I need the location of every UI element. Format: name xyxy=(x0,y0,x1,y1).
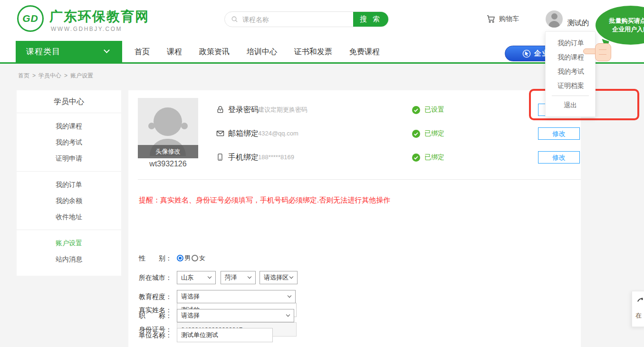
gender-radio-group: 男 女 xyxy=(177,252,206,264)
search-button[interactable]: 搜 索 xyxy=(353,12,388,27)
breadcrumb-member-center[interactable]: 学员中心 xyxy=(38,72,61,79)
user-avatar[interactable] xyxy=(546,10,563,28)
email-value: 4324@qq.com xyxy=(258,127,298,140)
reminder-text: 提醒：真实姓名、身份证号必须填写，手机号码必须绑定.否则无法进行其他操作 xyxy=(139,196,390,205)
sidebar-group-orders: 我的订单 我的余额 收件地址 xyxy=(17,172,121,230)
nav-links: 首页 课程 政策资讯 培训中心 证书和发票 免费课程 xyxy=(135,41,380,62)
section-divider xyxy=(138,179,581,180)
city-select[interactable]: 菏泽 xyxy=(221,271,256,284)
gender-female-label: 女 xyxy=(199,254,205,262)
check-circle-icon xyxy=(412,130,420,138)
online-service-widget[interactable]: 在 xyxy=(632,291,644,327)
sidebar-item-my-exams[interactable]: 我的考试 xyxy=(17,134,121,150)
province-value: 山东 xyxy=(181,271,193,284)
nav-item-courses[interactable]: 课程 xyxy=(167,41,182,62)
cart-label: 购物车 xyxy=(499,15,519,23)
pointer-hand-icon xyxy=(522,49,531,58)
district-value: 请选择区 xyxy=(264,271,288,284)
sidebar: 学员中心 我的课程 我的考试 证明申请 我的订单 我的余额 收件地址 账户设置 … xyxy=(17,90,121,276)
nav-item-home[interactable]: 首页 xyxy=(135,41,150,62)
education-value: 请选择 xyxy=(181,290,200,303)
avatar-silhouette-icon xyxy=(154,107,182,136)
menu-item-my-exams[interactable]: 我的考试 xyxy=(546,64,595,78)
password-label: 登录密码 xyxy=(228,104,259,116)
chevron-down-icon xyxy=(104,47,110,53)
sidebar-title: 学员中心 xyxy=(17,90,121,113)
course-category-label: 课程类目 xyxy=(26,41,60,62)
course-category-menu[interactable]: 课程类目 xyxy=(16,41,122,62)
lock-icon xyxy=(216,106,224,116)
online-service-label: 在 xyxy=(635,311,642,320)
search-input[interactable] xyxy=(225,12,353,27)
phone-status-badge: 已绑定 xyxy=(412,151,444,164)
nav-item-free-courses[interactable]: 免费课程 xyxy=(349,41,380,62)
sidebar-group-courses: 我的课程 我的考试 证明申请 xyxy=(17,113,121,172)
nav-item-certificates[interactable]: 证书和发票 xyxy=(294,41,332,62)
username-link[interactable]: 测试的 xyxy=(567,19,589,28)
bubble-line2: 企业用户入口 xyxy=(596,25,644,34)
chevron-down-icon xyxy=(288,294,291,298)
check-circle-icon xyxy=(412,154,420,162)
logo-badge-text: GD xyxy=(22,13,38,24)
phone-status-text: 已绑定 xyxy=(424,153,444,162)
sidebar-item-my-balance[interactable]: 我的余额 xyxy=(17,193,121,209)
job-title-select[interactable]: 请选择 xyxy=(177,309,294,322)
breadcrumb: 首页>学员中心>账户设置 xyxy=(18,72,96,80)
password-hint: 建议定期更换密码 xyxy=(258,104,308,116)
mobile-phone-icon xyxy=(216,153,224,163)
nav-item-training[interactable]: 培训中心 xyxy=(247,41,277,62)
sidebar-item-shipping-address[interactable]: 收件地址 xyxy=(17,209,121,225)
phone-modify-button[interactable]: 修改 xyxy=(538,151,580,164)
check-circle-icon xyxy=(412,106,420,114)
sidebar-item-my-courses[interactable]: 我的课程 xyxy=(17,118,121,134)
site-logo-icon: GD xyxy=(17,5,44,32)
sidebar-item-site-messages[interactable]: 站内消息 xyxy=(17,251,121,267)
logout-button[interactable]: 退出 xyxy=(546,96,595,114)
search-icon xyxy=(231,16,238,25)
pointing-hand-icon xyxy=(583,43,613,63)
breadcrumb-current: 账户设置 xyxy=(70,72,93,79)
email-modify-button[interactable]: 修改 xyxy=(538,127,580,140)
job-title-value: 请选择 xyxy=(181,309,200,322)
province-select[interactable]: 山东 xyxy=(177,271,216,284)
company-input[interactable] xyxy=(177,328,273,342)
sidebar-item-my-orders[interactable]: 我的订单 xyxy=(17,176,121,193)
breadcrumb-home[interactable]: 首页 xyxy=(18,72,29,79)
site-title: 广东环保教育网 xyxy=(49,8,149,26)
city-label: 所在城市： xyxy=(139,271,172,284)
site-url: WWW.GDHBJY.COM xyxy=(51,26,122,32)
password-status-badge: 已设置 xyxy=(412,104,444,116)
mail-icon xyxy=(216,129,224,139)
job-title-label: 职 称： xyxy=(139,309,172,322)
profile-username: wt3932126 xyxy=(138,160,198,168)
cart-link[interactable]: 购物车 xyxy=(486,14,519,24)
gender-male-radio[interactable] xyxy=(177,255,183,261)
email-row: 邮箱绑定 4324@qq.com 已绑定 修改 xyxy=(216,127,580,140)
breadcrumb-separator: > xyxy=(32,72,36,79)
chevron-down-icon xyxy=(248,275,251,279)
menu-item-certificate-archive[interactable]: 证明档案 xyxy=(546,78,595,93)
password-row: 登录密码 建议定期更换密码 已设置 修改 xyxy=(216,104,580,116)
avatar-ear-right xyxy=(181,123,188,129)
profile-avatar[interactable]: 头像修改 xyxy=(138,98,198,158)
email-status-badge: 已绑定 xyxy=(412,127,444,140)
sidebar-item-certificate-apply[interactable]: 证明申请 xyxy=(17,150,121,166)
email-status-text: 已绑定 xyxy=(424,129,444,138)
phone-label: 手机绑定 xyxy=(228,151,259,164)
education-select[interactable]: 请选择 xyxy=(177,290,296,303)
avatar-ear-left xyxy=(148,123,155,129)
account-settings-panel: 头像修改 wt3932126 登录密码 建议定期更换密码 已设置 修改 邮箱绑定… xyxy=(128,90,581,347)
chevron-down-icon xyxy=(286,313,290,317)
gender-male-label: 男 xyxy=(184,254,191,262)
search-bar: 搜 索 xyxy=(224,11,389,27)
district-select[interactable]: 请选择区 xyxy=(260,271,298,284)
nav-item-policy[interactable]: 政策资讯 xyxy=(199,41,230,62)
gender-label: 性 别： xyxy=(139,252,172,264)
sidebar-item-account-settings[interactable]: 账户设置 xyxy=(17,235,121,251)
avatar-edit-button[interactable]: 头像修改 xyxy=(138,145,198,158)
service-phone-icon xyxy=(636,297,644,306)
phone-value: 188*****8169 xyxy=(258,151,294,164)
gender-female-radio[interactable] xyxy=(192,255,198,261)
sidebar-group-account: 账户设置 站内消息 xyxy=(17,230,121,272)
chevron-down-icon xyxy=(208,275,211,279)
